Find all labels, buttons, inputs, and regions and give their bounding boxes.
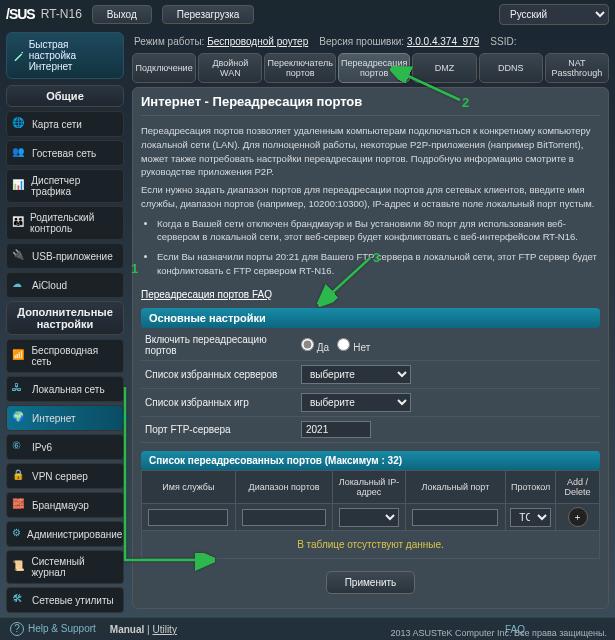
row-localport-input[interactable] <box>412 509 498 526</box>
side-icon: 📶 <box>12 349 26 363</box>
sidebar-item-label: Интернет <box>32 413 76 424</box>
sidebar-item-label: Брандмауэр <box>32 500 89 511</box>
sidebar-item[interactable]: 🖧Локальная сеть <box>6 376 124 402</box>
side-icon: 🧱 <box>12 498 26 512</box>
side-icon: 👥 <box>12 146 26 160</box>
radio-yes[interactable]: Да <box>301 342 329 353</box>
side-icon: 🌐 <box>12 117 26 131</box>
language-select[interactable]: Русский <box>499 4 609 25</box>
fw-link[interactable]: 3.0.0.4.374_979 <box>407 36 479 47</box>
desc-li1: Когда в Вашей сети отключен брандмауэр и… <box>157 217 600 245</box>
sidebar-item[interactable]: 📶Беспроводная сеть <box>6 339 124 373</box>
col-add: Add / Delete <box>556 471 600 504</box>
side-icon: 🌍 <box>12 411 26 425</box>
ssid-label: SSID: <box>490 36 516 47</box>
sidebar-item[interactable]: 🛠Сетевые утилиты <box>6 587 124 613</box>
desc-p2: Если нужно задать диапазон портов для пе… <box>141 183 600 211</box>
side-icon: 🔒 <box>12 469 26 483</box>
ftp-label: Порт FTP-сервера <box>141 424 301 435</box>
radio-no[interactable]: Нет <box>337 342 370 353</box>
fw-label: Версия прошивки: <box>319 36 404 47</box>
col-ip: Локальный IP-адрес <box>333 471 405 504</box>
mode-link[interactable]: Беспроводной роутер <box>207 36 308 47</box>
row-service-input[interactable] <box>148 509 228 526</box>
sidebar-item[interactable]: 📜Системный журнал <box>6 550 124 584</box>
annot-3: 3 <box>373 250 380 265</box>
col-service: Имя службы <box>142 471 236 504</box>
side-icon: ☁ <box>12 278 26 292</box>
page-title: Интернет - Переадресация портов <box>141 94 600 116</box>
side-icon: 🛠 <box>12 593 26 607</box>
side-icon: ⚙ <box>12 527 21 541</box>
side-icon: 👪 <box>12 216 24 230</box>
tab[interactable]: NAT Passthrough <box>545 53 609 83</box>
sidebar-item-label: Гостевая сеть <box>32 148 96 159</box>
sidebar-item-label: Родительский контроль <box>30 212 118 234</box>
sidebar-item-label: Администрирование <box>27 529 122 540</box>
sidebar-item-label: IPv6 <box>32 442 52 453</box>
logout-button[interactable]: Выход <box>92 5 152 24</box>
form-header: Основные настройки <box>141 308 600 328</box>
sidebar-item-label: Сетевые утилиты <box>32 595 114 606</box>
add-row-button[interactable]: ＋ <box>568 507 588 527</box>
no-data-msg: В таблице отсутствуют данные. <box>141 531 600 559</box>
sidebar-item[interactable]: 🔌USB-приложение <box>6 243 124 269</box>
sidebar-item-label: Карта сети <box>32 119 82 130</box>
sidebar-item[interactable]: ☁AiCloud <box>6 272 124 298</box>
tab[interactable]: Переключатель портов <box>264 53 336 83</box>
side-icon: 📜 <box>12 560 25 574</box>
quick-setup-label: Быстрая настройка Интернет <box>29 39 117 72</box>
faq-link[interactable]: Переадресация портов FAQ <box>141 288 272 303</box>
col-range: Диапазон портов <box>235 471 332 504</box>
row-range-input[interactable] <box>242 509 325 526</box>
sidebar-item[interactable]: 🔒VPN сервер <box>6 463 124 489</box>
col-localport: Локальный порт <box>405 471 505 504</box>
model-label: RT-N16 <box>41 7 82 21</box>
wand-icon <box>13 47 25 65</box>
sidebar-item-label: AiCloud <box>32 280 67 291</box>
sidebar-item[interactable]: 👪Родительский контроль <box>6 206 124 240</box>
tab[interactable]: Двойной WAN <box>198 53 262 83</box>
apply-button[interactable]: Применить <box>326 571 416 594</box>
sidebar-item[interactable]: ⑥IPv6 <box>6 434 124 460</box>
tab[interactable]: Подключение <box>132 53 196 83</box>
tab[interactable]: DDNS <box>479 53 543 83</box>
sidebar-item[interactable]: 📊Диспетчер трафика <box>6 169 124 203</box>
quick-setup-button[interactable]: Быстрая настройка Интернет <box>6 32 124 79</box>
row-ip-select[interactable] <box>339 508 400 527</box>
games-select[interactable]: выберите <box>301 393 411 412</box>
ftp-port-input[interactable] <box>301 421 371 438</box>
row-proto-select[interactable]: TCP <box>510 508 551 527</box>
desc-p1: Переадресация портов позволяет удаленным… <box>141 124 600 179</box>
servers-label: Список избранных серверов <box>141 369 301 380</box>
annot-1: 1 <box>131 261 138 276</box>
sidebar-item-label: Системный журнал <box>31 556 118 578</box>
sidebar-item[interactable]: 🌐Карта сети <box>6 111 124 137</box>
annot-2: 2 <box>462 95 469 110</box>
section-general: Общие <box>6 85 124 107</box>
section-advanced: Дополнительные настройки <box>6 301 124 335</box>
sidebar-item-label: Беспроводная сеть <box>32 345 118 367</box>
sidebar-item-internet[interactable]: 🌍Интернет <box>6 405 124 431</box>
side-icon: ⑥ <box>12 440 26 454</box>
reboot-button[interactable]: Перезагрузка <box>162 5 255 24</box>
enable-label: Включить переадресацию портов <box>141 334 301 356</box>
sidebar-item-label: USB-приложение <box>32 251 113 262</box>
sidebar-item[interactable]: 👥Гостевая сеть <box>6 140 124 166</box>
sidebar-item-label: VPN сервер <box>32 471 88 482</box>
tab[interactable]: DMZ <box>412 53 476 83</box>
table-header: Список переадресованных портов (Максимум… <box>141 451 600 470</box>
side-icon: 🖧 <box>12 382 26 396</box>
copyright: 2013 ASUSTeK Computer Inc. Все права защ… <box>0 626 607 638</box>
mode-label: Режим работы: <box>134 36 204 47</box>
servers-select[interactable]: выберите <box>301 365 411 384</box>
sidebar-item[interactable]: 🧱Брандмауэр <box>6 492 124 518</box>
sidebar-item-label: Локальная сеть <box>32 384 105 395</box>
side-icon: 📊 <box>12 179 25 193</box>
col-proto: Протокол <box>506 471 556 504</box>
sidebar-item[interactable]: ⚙Администрирование <box>6 521 124 547</box>
sidebar-item-label: Диспетчер трафика <box>31 175 118 197</box>
side-icon: 🔌 <box>12 249 26 263</box>
tab[interactable]: Переадресация портов <box>338 53 410 83</box>
games-label: Список избранных игр <box>141 397 301 408</box>
